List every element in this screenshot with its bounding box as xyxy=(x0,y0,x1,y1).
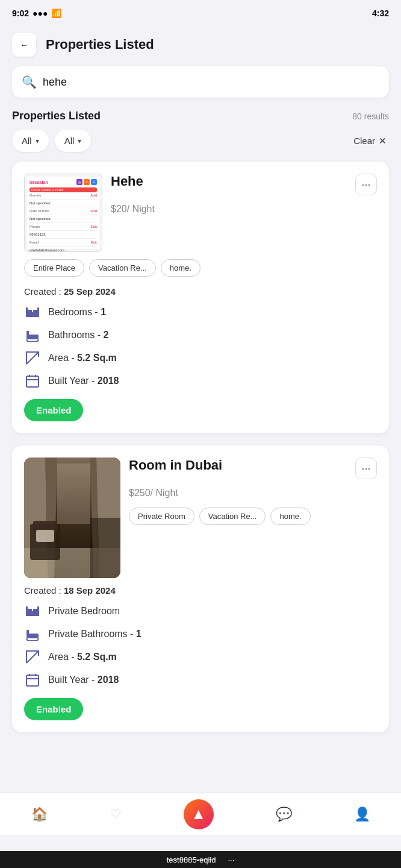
detail-row-built-year-2: Built Year - 2018 xyxy=(24,671,377,688)
detail-row-private-bathrooms: Private Bathrooms - 1 xyxy=(24,626,377,643)
add-icon[interactable]: ▲ xyxy=(184,799,214,829)
area-text-2: Area - 5.2 Sq.m xyxy=(48,652,117,662)
enabled-badge-2: Enabled xyxy=(24,698,83,720)
status-bar-left: 9:02 ●●● 📶 xyxy=(12,8,61,18)
card-2-content: Room in Dubai ··· $250/ Night Private Ro… xyxy=(129,458,377,578)
header: ← Properties Listed xyxy=(0,27,401,66)
wifi-icon: 📶 xyxy=(51,8,61,18)
filter-dropdown-2[interactable]: All ▾ xyxy=(55,130,92,152)
dots-icon: ··· xyxy=(228,855,234,864)
property-card-2: Room in Dubai ··· $250/ Night Private Ro… xyxy=(12,445,389,732)
more-options-button-2[interactable]: ··· xyxy=(355,458,377,479)
bed-icon-2 xyxy=(24,603,41,620)
home-icon: 🏠 xyxy=(31,807,48,822)
bedrooms-text: Bedrooms - 1 xyxy=(48,307,106,318)
time-right: 4:32 xyxy=(372,8,389,18)
chat-icon: 💬 xyxy=(276,807,292,822)
filter-row: All ▾ All ▾ Clear ✕ xyxy=(0,130,401,162)
username-text: test8885-eqiid xyxy=(167,855,216,864)
card-2-name: Room in Dubai xyxy=(129,458,222,473)
clear-button[interactable]: Clear ✕ xyxy=(351,131,389,151)
svg-rect-25 xyxy=(26,630,29,635)
tag-vacation-2: Vacation Re... xyxy=(199,508,266,525)
detail-row-bathrooms: Bathrooms - 2 xyxy=(24,327,377,344)
tag-home-2: home. xyxy=(270,508,310,525)
svg-rect-13 xyxy=(57,464,90,524)
card-2-tags: Private Room Vacation Re... home. xyxy=(129,508,377,525)
time-left: 9:02 xyxy=(12,8,29,18)
card-1-details: Bedrooms - 1 Bathrooms - 2 Area - 5.2 xyxy=(24,304,377,389)
profile-thumbnail: Istedafah 🔒 T ≡ Phone number is invalid … xyxy=(24,174,102,252)
nav-profile[interactable]: 👤 xyxy=(354,807,370,822)
tag-entire-place: Entire Place xyxy=(24,259,84,277)
tag-home: home. xyxy=(161,259,200,277)
results-title: Properties Listed xyxy=(12,110,101,122)
nav-home[interactable]: 🏠 xyxy=(31,807,48,822)
built-year-text-2: Built Year - 2018 xyxy=(48,675,119,685)
nav-favorites[interactable]: ♡ xyxy=(110,807,122,822)
results-row: Properties Listed 80 results xyxy=(0,110,401,130)
card-1-name: Hehe xyxy=(111,174,143,189)
bottom-navigation: 🏠 ♡ ▲ 💬 👤 xyxy=(0,793,401,835)
svg-rect-22 xyxy=(26,606,28,616)
svg-line-7 xyxy=(26,352,39,364)
property-card-1: Istedafah 🔒 T ≡ Phone number is invalid … xyxy=(12,162,389,433)
bath-icon xyxy=(24,327,41,344)
detail-row-built-year: Built Year - 2018 xyxy=(24,373,377,389)
area-icon-2 xyxy=(24,649,41,665)
nav-messages[interactable]: 💬 xyxy=(276,807,292,822)
card-1-tags: Entire Place Vacation Re... home. xyxy=(24,259,377,277)
svg-rect-3 xyxy=(26,307,28,317)
calendar-icon xyxy=(24,373,41,389)
status-bar-right: 4:32 xyxy=(372,8,389,18)
search-input[interactable] xyxy=(43,76,379,89)
svg-rect-8 xyxy=(26,376,39,387)
nav-add[interactable]: ▲ xyxy=(184,799,214,829)
page-title: Properties Listed xyxy=(46,37,154,52)
card-1-content: Hehe ··· $20/ Night xyxy=(111,174,377,252)
close-icon: ✕ xyxy=(379,136,387,146)
clear-label: Clear xyxy=(353,136,375,146)
chevron-down-icon-1: ▾ xyxy=(36,137,39,145)
svg-rect-27 xyxy=(26,675,39,686)
back-icon: ← xyxy=(20,40,28,49)
area-icon xyxy=(24,350,41,366)
card-2-price: $250/ Night xyxy=(129,482,377,500)
room-thumbnail xyxy=(24,458,120,578)
calendar-icon-2 xyxy=(24,671,41,688)
search-icon: 🔍 xyxy=(22,75,37,89)
filter-dropdown-1[interactable]: All ▾ xyxy=(12,130,49,152)
tag-vacation: Vacation Re... xyxy=(89,259,156,277)
results-count: 80 results xyxy=(352,112,389,121)
detail-row-bedrooms: Bedrooms - 1 xyxy=(24,304,377,321)
filter-1-label: All xyxy=(22,136,32,146)
enabled-badge-1: Enabled xyxy=(24,399,83,421)
signal-icon: ●●● xyxy=(33,8,48,18)
status-bar: 9:02 ●●● 📶 4:32 xyxy=(0,0,401,27)
detail-row-area: Area - 5.2 Sq.m xyxy=(24,350,377,366)
built-year-text: Built Year - 2018 xyxy=(48,376,119,386)
card-2-details: Private Bedroom Private Bathrooms - 1 xyxy=(24,603,377,688)
card-1-price: $20/ Night xyxy=(111,198,377,216)
card-1-created: Created : 25 Sep 2024 xyxy=(24,286,377,297)
chevron-down-icon-2: ▾ xyxy=(78,137,81,145)
username-bar: test8885-eqiid ··· xyxy=(0,851,401,868)
heart-icon: ♡ xyxy=(110,807,122,822)
detail-row-private-bedroom: Private Bedroom xyxy=(24,603,377,620)
svg-line-26 xyxy=(26,651,39,663)
svg-rect-18 xyxy=(90,518,120,578)
user-icon: 👤 xyxy=(354,807,370,822)
detail-row-area-2: Area - 5.2 Sq.m xyxy=(24,649,377,665)
area-text: Area - 5.2 Sq.m xyxy=(48,353,117,363)
svg-rect-6 xyxy=(26,331,29,336)
tag-private-room: Private Room xyxy=(129,508,194,525)
more-options-button-1[interactable]: ··· xyxy=(355,174,377,195)
bath-icon-2 xyxy=(24,626,41,643)
bed-icon xyxy=(24,304,41,321)
card-2-created: Created : 18 Sep 2024 xyxy=(24,585,377,596)
private-bathrooms-text: Private Bathrooms - 1 xyxy=(48,629,141,640)
search-bar: 🔍 xyxy=(12,66,389,98)
svg-rect-23 xyxy=(37,606,39,616)
back-button[interactable]: ← xyxy=(12,33,36,57)
svg-rect-4 xyxy=(37,307,39,317)
